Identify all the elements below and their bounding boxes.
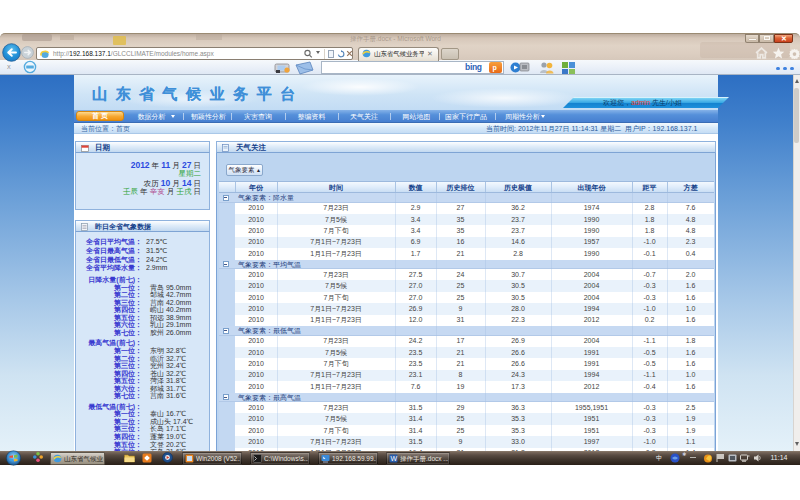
svg-text:W: W	[391, 455, 398, 462]
